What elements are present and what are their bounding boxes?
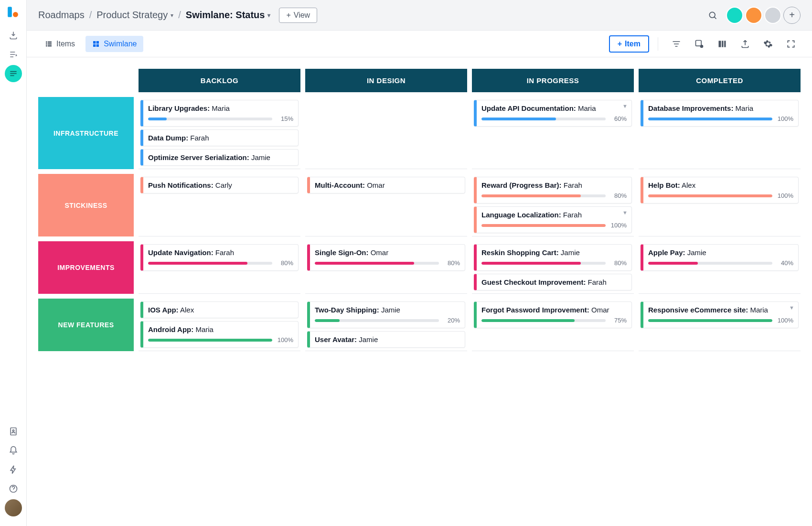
progress-bar: 40% — [648, 259, 793, 267]
card[interactable]: ▼Update API Documentation: Maria60% — [474, 100, 632, 127]
card[interactable]: Single Sign-On: Omar80% — [307, 244, 465, 271]
swimlane-cell[interactable]: Forgot Password Improvement: Omar75% — [472, 299, 634, 351]
card[interactable]: Guest Checkout Improvement: Farah — [474, 274, 632, 290]
topbar: Roadmaps / Product Strategy ▾ / Swimlane… — [27, 0, 812, 31]
breadcrumb-separator: / — [178, 10, 181, 21]
nav-swimlane-icon[interactable] — [5, 65, 22, 82]
card[interactable]: Data Dump: Farah — [140, 129, 299, 146]
card[interactable]: Reward (Progress Bar): Farah80% — [474, 177, 632, 204]
card[interactable]: Help Bot: Alex100% — [641, 177, 799, 204]
card-title: Forgot Password Improvement: Omar — [481, 306, 627, 314]
settings-icon[interactable] — [759, 34, 778, 54]
swimlane-cell[interactable] — [305, 97, 467, 169]
toolbar: Items Swimlane + Item — [27, 31, 812, 57]
card[interactable]: Android App: Maria100% — [140, 321, 299, 348]
swimlane-cell[interactable]: ▼Update API Documentation: Maria60% — [472, 97, 634, 169]
columns-icon[interactable] — [713, 34, 732, 54]
nav-activity-icon[interactable] — [5, 461, 22, 478]
card-title: Language Localization: Farah — [481, 211, 627, 219]
progress-percent: 80% — [609, 259, 627, 267]
fullscreen-icon[interactable] — [781, 34, 801, 54]
avatar[interactable] — [764, 7, 781, 24]
card-title: Help Bot: Alex — [648, 181, 793, 189]
grid-icon — [92, 40, 100, 48]
progress-percent: 60% — [609, 115, 627, 122]
card[interactable]: Library Upgrades: Maria15% — [140, 100, 299, 127]
card-menu-icon[interactable]: ▼ — [622, 210, 628, 215]
breadcrumb-view[interactable]: Swimlane: Status ▾ — [186, 10, 271, 21]
card[interactable]: Update Navigation: Farah80% — [140, 244, 299, 271]
swimlane-cell[interactable]: Help Bot: Alex100% — [639, 174, 801, 236]
progress-bar: 80% — [315, 259, 460, 267]
filter-icon[interactable] — [667, 34, 686, 54]
card[interactable]: Optimize Server Serialization: Jamie — [140, 149, 299, 166]
swimlane-cell[interactable]: IOS App: AlexAndroid App: Maria100% — [139, 299, 300, 351]
progress-bar: 60% — [481, 115, 627, 122]
swimlane-cell[interactable]: ▼Responsive eCommerce site: Maria100% — [639, 299, 801, 351]
plus-icon: + — [286, 11, 290, 20]
card[interactable]: Apple Pay: Jamie40% — [641, 244, 799, 271]
nav-import-icon[interactable] — [5, 27, 22, 44]
progress-percent: 15% — [276, 115, 293, 122]
card[interactable]: Reskin Shopping Cart: Jamie80% — [474, 244, 632, 271]
swimlane-cell[interactable]: Two-Day Shipping: Jamie20%User Avatar: J… — [305, 299, 467, 351]
add-item-button[interactable]: + Item — [609, 35, 649, 53]
progress-bar: 80% — [148, 259, 293, 267]
export-icon[interactable] — [736, 34, 755, 54]
swimlane-cell[interactable]: Update Navigation: Farah80% — [139, 241, 300, 294]
card[interactable]: Multi-Account: Omar — [307, 177, 465, 193]
avatar[interactable] — [745, 7, 762, 24]
tab-items[interactable]: Items — [38, 36, 82, 52]
add-view-button[interactable]: + View — [279, 8, 317, 23]
card-title: IOS App: Alex — [148, 306, 293, 314]
progress-percent: 40% — [776, 259, 793, 267]
progress-percent: 80% — [609, 192, 627, 199]
card[interactable]: User Avatar: Jamie — [307, 331, 465, 348]
swimlane-cell[interactable]: Reward (Progress Bar): Farah80%▼Language… — [472, 174, 634, 236]
nav-list-icon[interactable] — [5, 46, 22, 63]
nav-sidebar — [0, 0, 27, 526]
card-menu-icon[interactable]: ▼ — [622, 103, 628, 109]
tab-swimlane[interactable]: Swimlane — [85, 36, 143, 52]
card[interactable]: IOS App: Alex — [140, 301, 299, 318]
card[interactable]: ▼Language Localization: Farah100% — [474, 206, 632, 233]
card-title: User Avatar: Jamie — [315, 335, 460, 344]
card-menu-icon[interactable]: ▼ — [789, 305, 794, 311]
progress-percent: 100% — [276, 336, 293, 344]
svg-point-1 — [13, 12, 18, 17]
card-title: Guest Checkout Improvement: Farah — [481, 278, 627, 286]
swimlane-cell[interactable]: Database Improvements: Maria100% — [639, 97, 801, 169]
swimlane-cell[interactable]: Library Upgrades: Maria15%Data Dump: Far… — [139, 97, 300, 169]
progress-bar: 100% — [648, 192, 793, 199]
nav-help-icon[interactable] — [5, 480, 22, 497]
breadcrumb-root[interactable]: Roadmaps — [38, 10, 85, 21]
swimlane-cell[interactable]: Multi-Account: Omar — [305, 174, 467, 236]
progress-bar: 100% — [148, 336, 293, 344]
progress-bar: 80% — [481, 192, 627, 199]
user-avatar[interactable] — [5, 499, 22, 516]
nav-notifications-icon[interactable] — [5, 442, 22, 459]
nav-contacts-icon[interactable] — [5, 423, 22, 440]
breadcrumb-project[interactable]: Product Strategy ▾ — [96, 10, 173, 21]
swimlane-cell[interactable]: Push Notifications: Carly — [139, 174, 300, 236]
svg-point-17 — [700, 44, 704, 48]
list-icon — [45, 40, 53, 48]
avatar[interactable] — [726, 7, 743, 24]
card-title: Android App: Maria — [148, 325, 293, 333]
separator — [658, 37, 658, 51]
swimlane-cell[interactable]: Apple Pay: Jamie40% — [639, 241, 801, 294]
swimlane-cell[interactable]: Reskin Shopping Cart: Jamie80%Guest Chec… — [472, 241, 634, 294]
link-icon[interactable] — [690, 34, 709, 54]
search-icon[interactable] — [704, 7, 721, 24]
svg-rect-18 — [719, 41, 721, 47]
card[interactable]: Database Improvements: Maria100% — [641, 100, 799, 127]
swimlane-cell[interactable]: Single Sign-On: Omar80% — [305, 241, 467, 294]
card[interactable]: Push Notifications: Carly — [140, 177, 299, 193]
card[interactable]: Two-Day Shipping: Jamie20% — [307, 301, 465, 328]
progress-bar: 75% — [481, 317, 627, 324]
card[interactable]: Forgot Password Improvement: Omar75% — [474, 301, 632, 328]
add-collaborator-button[interactable]: + — [783, 7, 801, 24]
card-title: Library Upgrades: Maria — [148, 104, 293, 112]
card[interactable]: ▼Responsive eCommerce site: Maria100% — [641, 301, 799, 328]
breadcrumb: Roadmaps / Product Strategy ▾ / Swimlane… — [38, 10, 270, 21]
